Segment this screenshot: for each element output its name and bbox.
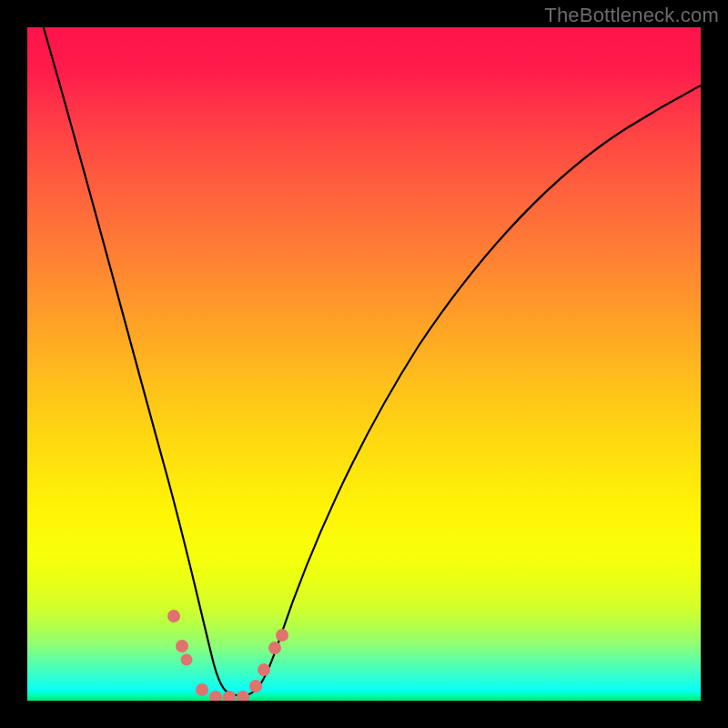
svg-point-9 (268, 642, 281, 654)
svg-point-0 (167, 610, 180, 622)
chart-plot-area (27, 27, 701, 701)
svg-point-1 (176, 640, 188, 652)
svg-point-4 (209, 691, 222, 701)
chart-svg (27, 27, 701, 701)
svg-point-8 (258, 663, 270, 676)
svg-point-7 (249, 680, 262, 693)
svg-point-2 (181, 654, 193, 666)
watermark-text: TheBottleneck.com (544, 4, 719, 27)
chart-frame: TheBottleneck.com (0, 0, 728, 728)
svg-point-6 (237, 691, 249, 701)
svg-point-10 (276, 629, 288, 642)
curve-dots (167, 610, 288, 701)
bottleneck-curve (27, 27, 701, 695)
svg-point-3 (196, 683, 208, 696)
svg-point-5 (223, 691, 236, 701)
